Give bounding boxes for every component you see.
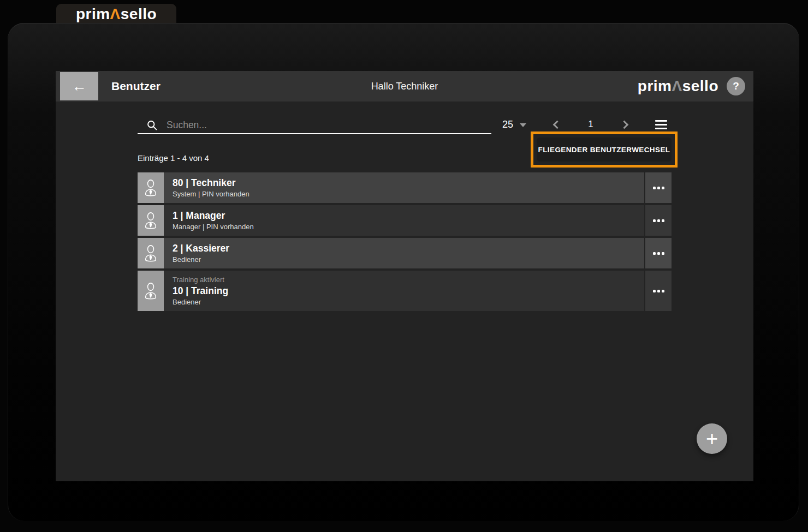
app-window: ← Benutzer Hallo Techniker primΛsello ? … [56, 71, 753, 481]
lambda-icon: Λ [672, 77, 682, 94]
user-subtitle: Bediener [173, 255, 644, 265]
desktop-background: primΛsello ← Benutzer Hallo Techniker pr… [0, 0, 808, 532]
user-row[interactable]: Training aktiviert 10 | Training Bediene… [138, 271, 672, 311]
chevron-left-icon[interactable] [553, 120, 562, 129]
user-row[interactable]: 80 | Techniker System | PIN vorhanden [138, 172, 672, 203]
user-title: 1 | Manager [173, 209, 644, 222]
user-avatar [138, 271, 164, 311]
user-info: 2 | Kassierer Bediener [164, 238, 645, 268]
user-avatar [138, 172, 164, 203]
page-size-dropdown[interactable]: 25 [502, 119, 526, 130]
person-icon [142, 178, 159, 198]
ellipsis-icon [653, 252, 656, 255]
header-bar: ← Benutzer Hallo Techniker primΛsello ? [56, 71, 753, 101]
ellipsis-icon [653, 187, 656, 189]
person-icon [142, 211, 159, 230]
user-subtitle: Manager | PIN vorhanden [173, 222, 644, 232]
hamburger-icon[interactable] [655, 120, 667, 129]
lambda-icon: Λ [110, 5, 121, 22]
add-user-button[interactable]: + [697, 423, 727, 454]
user-subtitle: System | PIN vorhanden [173, 189, 644, 199]
row-menu-button[interactable] [645, 238, 672, 268]
user-title: 10 | Training [173, 284, 644, 297]
person-icon [142, 243, 159, 263]
user-list: 80 | Techniker System | PIN vorhanden 1 … [138, 172, 672, 311]
flying-user-switch-button[interactable]: FLIEGENDER BENUTZERWECHSEL [537, 138, 672, 162]
help-button[interactable]: ? [727, 77, 745, 95]
user-title: 80 | Techniker [173, 176, 644, 189]
flying-user-switch-highlight[interactable]: FLIEGENDER BENUTZERWECHSEL [531, 131, 678, 168]
row-menu-button[interactable] [645, 172, 672, 203]
chevron-right-icon[interactable] [620, 120, 629, 129]
user-badge: Training aktiviert [173, 275, 644, 284]
brand-logo-header: primΛsello [638, 71, 718, 101]
app-tab[interactable]: primΛsello [56, 4, 176, 25]
user-row[interactable]: 1 | Manager Manager | PIN vorhanden [138, 205, 672, 236]
person-icon [142, 281, 159, 301]
page-size-value: 25 [502, 119, 513, 130]
user-avatar [138, 238, 164, 268]
pagination-bar: 25 1 [502, 118, 667, 131]
page-number: 1 [588, 119, 593, 130]
chevron-down-icon [520, 123, 526, 127]
search-input[interactable] [167, 119, 429, 131]
brand-logo-tab: primΛsello [76, 7, 157, 22]
row-menu-button[interactable] [645, 271, 672, 311]
user-title: 2 | Kassierer [173, 242, 644, 255]
row-menu-button[interactable] [645, 205, 672, 236]
ellipsis-icon [653, 290, 656, 292]
user-info: 1 | Manager Manager | PIN vorhanden [164, 205, 645, 236]
search-icon [146, 119, 158, 131]
ellipsis-icon [653, 219, 656, 222]
user-info: Training aktiviert 10 | Training Bediene… [164, 271, 645, 311]
user-subtitle: Bediener [173, 297, 644, 307]
user-row[interactable]: 2 | Kassierer Bediener [138, 238, 672, 268]
search-bar[interactable] [138, 117, 491, 134]
entries-info: Einträge 1 - 4 von 4 [138, 153, 209, 163]
device-frame: ← Benutzer Hallo Techniker primΛsello ? … [8, 23, 799, 521]
user-info: 80 | Techniker System | PIN vorhanden [164, 172, 645, 203]
user-avatar [138, 205, 164, 236]
